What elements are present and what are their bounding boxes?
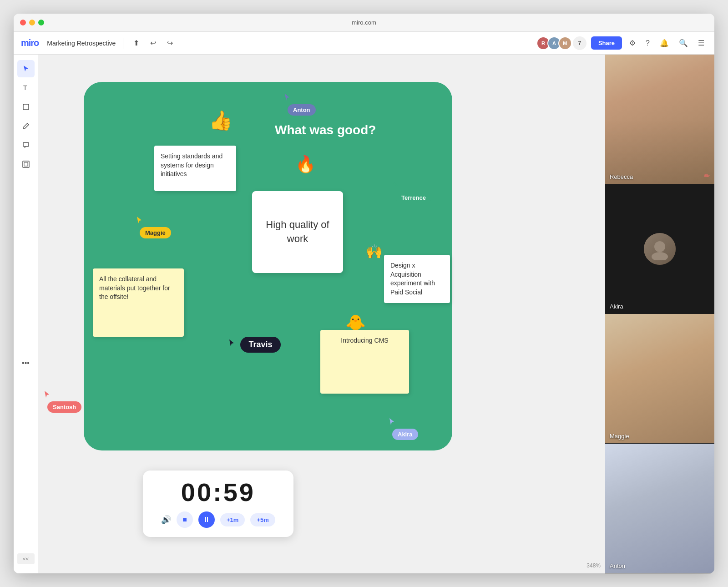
traffic-lights [20,20,44,25]
cursor-akira: Akira [389,418,395,428]
frame-tool[interactable] [17,156,35,173]
undo-btn[interactable]: ↩ [147,37,159,49]
timer-controls: 🔊 ■ ⏸ +1m +5m [161,511,275,528]
note-tool[interactable] [17,98,35,116]
miro-logo[interactable]: miro [21,38,39,48]
cursor-terrence: Terrence [392,181,399,191]
pen-tool[interactable] [17,117,35,135]
canvas[interactable]: What was good? 👍 🔥 🙌 Setting standards a… [38,55,605,573]
clap-emoji: 🙌 [366,243,383,259]
thumbsup-emoji: 👍 [209,109,233,132]
avatar-3: M [558,36,572,50]
avatar-group: R A M 7 [536,36,586,50]
svg-point-5 [654,241,665,252]
cursor-travis: Travis [228,336,281,353]
zoom-indicator: 348% [586,562,601,569]
video-name-maggie: Maggie [610,433,629,440]
video-panel: Rebecca ✏ Akira Maggie [605,55,714,573]
app-window: miro.com miro Marketing Retrospective ⬆ … [14,14,714,573]
select-tool[interactable] [17,60,35,77]
minimize-button[interactable] [29,20,35,25]
timer-add5m-btn[interactable]: +5m [250,513,275,526]
comment-tool[interactable] [17,137,35,154]
svg-rect-4 [24,162,28,166]
cursor-maggie: Maggie [136,216,142,226]
cursor-label-travis: Travis [240,337,280,353]
video-tile-akira: Akira [605,184,714,314]
video-tile-anton: Anton [605,444,714,573]
menu-icon-btn[interactable]: ☰ [695,37,707,49]
left-sidebar: T ••• << [14,55,38,573]
cursor-label-maggie: Maggie [140,227,171,238]
cursor-label-akira: Akira [392,429,418,440]
more-tools[interactable]: ••• [17,354,35,372]
cursor-santosh: Santosh [44,390,50,400]
note-cms[interactable]: Introducing CMS [320,330,409,394]
video-tile-rebecca: Rebecca ✏ [605,55,714,184]
timer-widget: 00:59 🔊 ■ ⏸ +1m +5m [143,471,293,537]
board-name[interactable]: Marketing Retrospective [47,40,116,47]
sidebar-toggle[interactable]: << [17,553,35,564]
svg-rect-2 [23,142,29,147]
cursor-label-anton: Anton [288,104,316,116]
redo-btn[interactable]: ↪ [164,37,176,49]
timer-stop-btn[interactable]: ■ [177,511,193,528]
timer-sound-btn[interactable]: 🔊 [161,515,171,525]
maximize-button[interactable] [38,20,44,25]
svg-rect-1 [23,104,29,110]
share-icon-btn[interactable]: ⬆ [131,37,142,49]
note-standards[interactable]: Setting standards and systems for design… [154,146,236,191]
video-name-rebecca: Rebecca [610,173,633,180]
main-area: T ••• << What was good? [14,55,714,573]
board-section-title: What was good? [275,123,376,137]
timer-add1m-btn[interactable]: +1m [220,513,245,526]
title-bar: miro.com [14,14,714,32]
notifications-icon-btn[interactable]: 🔔 [657,37,672,49]
avatar-count: 7 [573,36,586,50]
video-tile-maggie: Maggie [605,314,714,444]
svg-point-6 [652,252,668,260]
note-design-acq[interactable]: Design x Acquisition experiment with Pai… [384,255,450,303]
video-name-akira: Akira [610,303,623,310]
help-icon-btn[interactable]: ? [643,37,652,49]
akira-avatar [644,233,676,265]
svg-text:T: T [23,84,27,91]
green-board: What was good? 👍 🔥 🙌 Setting standards a… [84,82,452,450]
cursor-label-terrence: Terrence [396,192,431,203]
timer-display: 00:59 [161,480,275,505]
toolbar: miro Marketing Retrospective ⬆ ↩ ↪ R A M… [14,32,714,55]
note-collateral[interactable]: All the collateral and materials put tog… [93,268,184,337]
close-button[interactable] [20,20,26,25]
video-name-anton: Anton [610,562,625,569]
cursor-anton: Anton [284,93,290,103]
cursor-label-santosh: Santosh [47,401,81,413]
search-icon-btn[interactable]: 🔍 [676,37,691,49]
settings-icon-btn[interactable]: ⚙ [627,37,638,49]
note-high-quality[interactable]: High quality of work [252,191,343,273]
toolbar-right: R A M 7 Share ⚙ ? 🔔 🔍 ☰ [536,36,707,50]
svg-rect-3 [23,161,29,167]
fire-emoji: 🔥 [295,155,316,174]
share-button[interactable]: Share [591,36,622,50]
text-tool[interactable]: T [17,79,35,96]
window-title: miro.com [352,19,376,26]
video-edit-icon: ✏ [704,172,710,180]
separator [123,38,123,49]
timer-pause-btn[interactable]: ⏸ [198,511,215,528]
